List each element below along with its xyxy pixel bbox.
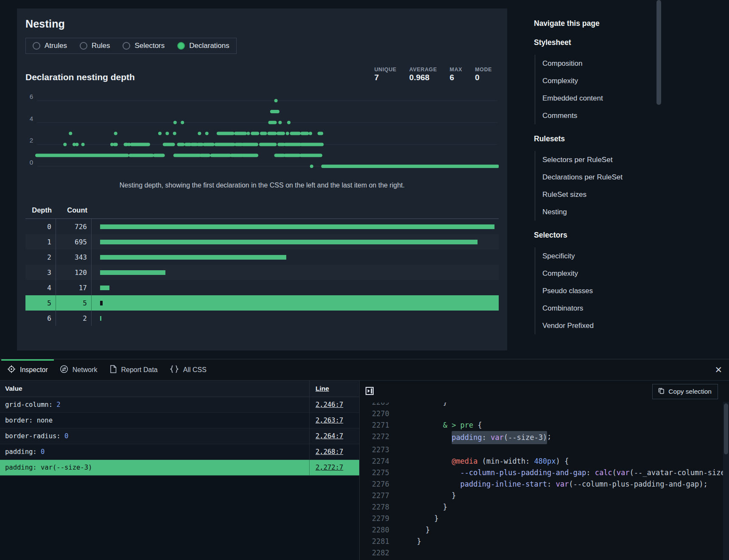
- code-scrollbar-track[interactable]: [723, 402, 729, 560]
- declaration-row[interactable]: border-radius: 02,264:7: [0, 428, 359, 444]
- toc-item-specificity[interactable]: Specificity: [542, 247, 631, 265]
- toc-item-complexity[interactable]: Complexity: [542, 265, 631, 282]
- page-scrollbar-thumb[interactable]: [656, 0, 661, 105]
- depth-table-row[interactable]: 55: [25, 295, 499, 311]
- code-line: 2270: [360, 408, 729, 420]
- declaration-value: border: none: [0, 413, 309, 428]
- code-line: 2281}: [360, 536, 729, 547]
- tab-network[interactable]: Network: [54, 359, 103, 380]
- line-number: 2270: [360, 408, 417, 420]
- nesting-type-radio-group: AtrulesRulesSelectorsDeclarations: [25, 38, 237, 54]
- radio-selectors[interactable]: Selectors: [123, 42, 165, 50]
- line-link[interactable]: 2,263:7: [316, 417, 343, 424]
- toc-section-selectors: Selectors: [534, 231, 631, 240]
- count-cell: 695: [56, 234, 92, 249]
- stats-summary: UNIQUE7AVERAGE0.968MAX6MODE0: [374, 67, 499, 82]
- count-bar: [100, 301, 103, 305]
- code-editor[interactable]: 2269 }22702271 & > pre {2272 padding: va…: [360, 403, 729, 560]
- selected-declaration-highlight: padding: var(--size-3): [452, 431, 547, 444]
- count-cell: 2: [56, 311, 92, 326]
- count-bar: [100, 286, 109, 290]
- devtools-panel: InspectorNetworkReport DataAll CSS✕ Valu…: [0, 359, 729, 560]
- line-link[interactable]: 2,246:7: [316, 401, 343, 409]
- depth-table-row[interactable]: 2343: [25, 249, 499, 265]
- line-link[interactable]: 2,272:7: [316, 464, 343, 471]
- code-line: 2276 padding-inline-start: var(--column-…: [360, 479, 729, 490]
- declaration-value: padding: var(--size-3): [0, 460, 309, 475]
- depth-cell: 2: [25, 249, 56, 265]
- declaration-row[interactable]: padding: var(--size-3)2,272:7: [0, 460, 359, 476]
- radio-atrules[interactable]: Atrules: [33, 42, 67, 50]
- toc-item-declarations-per-ruleset[interactable]: Declarations per RuleSet: [542, 168, 631, 186]
- depth-table-row[interactable]: 3120: [25, 265, 499, 280]
- count-cell: 5: [56, 295, 92, 311]
- radio-rules[interactable]: Rules: [80, 42, 110, 50]
- declaration-value: grid-column: 2: [0, 397, 309, 412]
- panel-toggle-icon[interactable]: [366, 387, 374, 397]
- code-line: 2278 }: [360, 501, 729, 513]
- depth-table-row[interactable]: 1695: [25, 234, 499, 249]
- declaration-value: border-radius: 0: [0, 428, 309, 444]
- declaration-row[interactable]: border: none2,263:7: [0, 413, 359, 428]
- depth-table-row[interactable]: 0726: [25, 219, 499, 234]
- depth-table-row[interactable]: 417: [25, 280, 499, 295]
- tab-all-css[interactable]: All CSS: [164, 359, 212, 380]
- declaration-row[interactable]: padding: 02,268:7: [0, 444, 359, 460]
- toc-item-combinators[interactable]: Combinators: [542, 300, 631, 317]
- toc-item-nesting[interactable]: Nesting: [542, 203, 631, 221]
- line-link[interactable]: 2,264:7: [316, 432, 343, 440]
- code-line: 2273: [360, 444, 729, 456]
- radio-declarations[interactable]: Declarations: [177, 42, 229, 50]
- tab-inspector[interactable]: Inspector: [1, 359, 54, 380]
- stat-max: MAX6: [450, 67, 462, 82]
- depth-table-row[interactable]: 62: [25, 311, 499, 326]
- count-bar: [100, 224, 494, 229]
- close-icon[interactable]: ✕: [715, 359, 722, 380]
- count-bar: [100, 270, 165, 275]
- radio-icon: [123, 42, 130, 50]
- line-link[interactable]: 2,268:7: [316, 448, 343, 456]
- declaration-value: padding: 0: [0, 444, 309, 459]
- count-cell: 343: [56, 249, 92, 265]
- svg-text:0: 0: [30, 159, 33, 166]
- depth-cell: 4: [25, 280, 56, 295]
- toc-item-complexity[interactable]: Complexity: [542, 72, 631, 90]
- svg-text:2: 2: [30, 137, 33, 144]
- svg-text:4: 4: [30, 115, 33, 122]
- code-line: 2277 }: [360, 490, 729, 501]
- value-column-header: Value: [0, 381, 309, 397]
- line-column-header[interactable]: Line: [309, 381, 359, 397]
- code-line: 2272 padding: var(--size-3);: [360, 431, 729, 444]
- code-pane: Copy selection 2269 }22702271 & > pre {2…: [360, 381, 729, 560]
- toc-item-pseudo-classes[interactable]: Pseudo classes: [542, 282, 631, 300]
- toc-item-comments[interactable]: Comments: [542, 107, 631, 124]
- radio-icon: [80, 42, 87, 50]
- code-line: 2282: [360, 547, 729, 559]
- code-scrollbar-thumb[interactable]: [724, 403, 728, 454]
- line-number: 2273: [360, 444, 417, 456]
- section-title: Declaration nesting depth: [25, 72, 135, 82]
- stat-unique: UNIQUE7: [374, 67, 397, 82]
- toc-item-composition[interactable]: Composition: [542, 55, 631, 72]
- code-line: 2269 }: [360, 403, 729, 408]
- declaration-row[interactable]: grid-column: 22,246:7: [0, 397, 359, 413]
- code-line: 2280 }: [360, 524, 729, 536]
- toc-item-vendor-prefixed[interactable]: Vendor Prefixed: [542, 317, 631, 334]
- tab-report-data[interactable]: Report Data: [103, 359, 164, 380]
- depth-count-table: Depth Count 07261695234331204175562: [25, 206, 499, 326]
- braces-icon: [170, 365, 179, 375]
- toc-item-ruleset-sizes[interactable]: RuleSet sizes: [542, 186, 631, 203]
- radio-icon: [177, 42, 185, 50]
- toc-item-selectors-per-ruleset[interactable]: Selectors per RuleSet: [542, 151, 631, 168]
- devtools-tabbar: InspectorNetworkReport DataAll CSS✕: [0, 359, 729, 381]
- copy-selection-button[interactable]: Copy selection: [652, 384, 718, 399]
- line-number: 2280: [360, 524, 417, 536]
- line-number: 2278: [360, 501, 417, 513]
- depth-cell: 1: [25, 234, 56, 249]
- toc-item-embedded-content[interactable]: Embedded content: [542, 90, 631, 107]
- line-number: 2276: [360, 479, 417, 490]
- count-bar: [100, 255, 286, 260]
- line-number: 2274: [360, 456, 417, 467]
- page-navigation: Navigate this page StylesheetComposition…: [534, 19, 631, 334]
- document-icon: [109, 365, 117, 375]
